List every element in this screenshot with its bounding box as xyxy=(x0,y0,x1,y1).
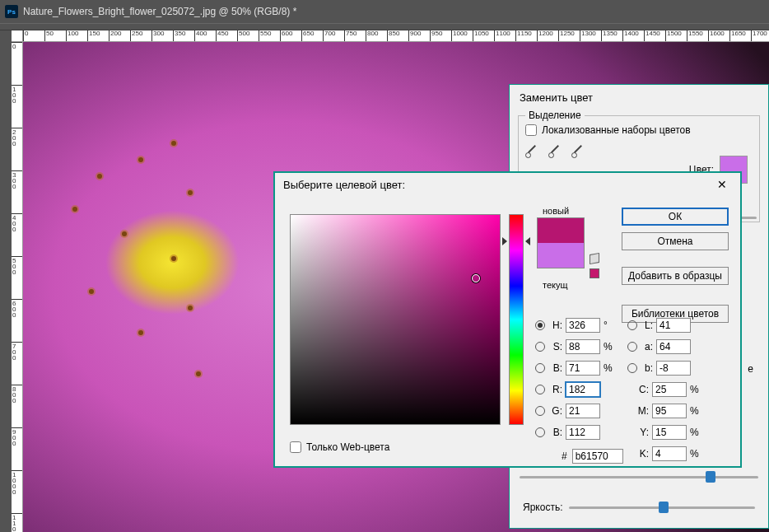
hex-field[interactable] xyxy=(572,449,623,464)
eyedropper-group xyxy=(525,142,753,157)
color-picker-titlebar[interactable]: Выберите целевой цвет: ✕ xyxy=(275,173,740,196)
gamut-safe-swatch[interactable] xyxy=(590,268,599,278)
color-value-fields: H: ° L: S: % a: xyxy=(535,315,730,464)
replacement-slider-1[interactable] xyxy=(520,476,758,478)
current-color-label: текущ xyxy=(543,280,568,290)
h-field[interactable] xyxy=(566,318,600,333)
color-picker-dialog[interactable]: Выберите целевой цвет: ✕ новый текущ ОК … xyxy=(274,172,741,467)
photoshop-icon: Ps xyxy=(5,5,18,18)
y-field[interactable] xyxy=(652,425,687,440)
m-field[interactable] xyxy=(652,404,687,418)
radio-a[interactable] xyxy=(627,342,637,352)
ruler-origin[interactable] xyxy=(12,30,23,42)
ruler-horizontal[interactable]: 0501001502002503003504004505005506006507… xyxy=(23,30,769,42)
r-field[interactable] xyxy=(566,382,600,397)
close-icon[interactable]: ✕ xyxy=(712,176,732,193)
cancel-button[interactable]: Отмена xyxy=(622,232,729,250)
sv-cursor[interactable] xyxy=(472,274,480,282)
preview-new-color xyxy=(538,218,584,243)
web-only-input[interactable] xyxy=(290,441,301,453)
b-rgb-field[interactable] xyxy=(566,425,600,440)
radio-b-lab[interactable] xyxy=(627,363,637,373)
eyedropper-icon[interactable] xyxy=(525,142,540,157)
g-field[interactable] xyxy=(566,404,600,418)
slider-thumb[interactable] xyxy=(706,471,715,483)
new-color-label: новый xyxy=(543,206,569,216)
tab-divider xyxy=(0,23,769,30)
gamut-warning-icon[interactable] xyxy=(590,254,601,265)
slider-thumb[interactable] xyxy=(659,502,669,513)
l-field[interactable] xyxy=(656,318,691,333)
k-field[interactable] xyxy=(652,446,687,461)
a-field[interactable] xyxy=(656,339,691,354)
radio-b-hsb[interactable] xyxy=(535,363,545,373)
color-preview[interactable] xyxy=(537,217,585,268)
hex-label: # xyxy=(562,450,567,462)
document-title: Nature_Flowers_Bright_flower_025072_.jpg… xyxy=(23,6,296,17)
radio-s[interactable] xyxy=(535,342,545,352)
b-hsb-field[interactable] xyxy=(566,361,600,376)
localized-clusters-input[interactable] xyxy=(525,124,537,136)
left-toolbar xyxy=(0,30,12,532)
c-field[interactable] xyxy=(652,382,687,397)
button-column: ОК Отмена Добавить в образцы Библиотеки … xyxy=(622,208,729,323)
brightness-label: Яркость: xyxy=(523,502,562,513)
radio-g[interactable] xyxy=(535,406,545,416)
color-picker-title: Выберите целевой цвет: xyxy=(283,179,405,191)
ok-button[interactable]: ОК xyxy=(622,208,729,226)
ruler-vertical[interactable]: 010020030040050060070080090010001100 xyxy=(12,42,23,532)
selection-legend: Выделение xyxy=(525,110,585,121)
eyedropper-minus-icon[interactable] xyxy=(571,142,586,157)
brightness-slider[interactable] xyxy=(569,506,755,509)
radio-r[interactable] xyxy=(535,385,545,394)
radio-b-rgb[interactable] xyxy=(535,427,545,437)
replacement-e-label: е xyxy=(748,363,753,375)
b-lab-field[interactable] xyxy=(656,361,691,376)
radio-l[interactable] xyxy=(627,320,637,330)
localized-clusters-checkbox[interactable]: Локализованные наборы цветов xyxy=(525,124,753,136)
web-only-label: Только Web-цвета xyxy=(306,441,389,453)
eyedropper-plus-icon[interactable] xyxy=(548,142,563,157)
add-to-swatches-button[interactable]: Добавить в образцы xyxy=(622,267,729,285)
saturation-value-field[interactable] xyxy=(290,214,501,425)
hue-indicator-left[interactable] xyxy=(502,237,507,245)
web-only-checkbox[interactable]: Только Web-цвета xyxy=(290,441,389,453)
s-field[interactable] xyxy=(566,339,600,354)
preview-current-color xyxy=(538,243,584,268)
replace-color-title: Заменить цвет xyxy=(510,85,768,110)
localized-clusters-label: Локализованные наборы цветов xyxy=(542,124,691,136)
hue-slider[interactable] xyxy=(509,214,524,425)
radio-h[interactable] xyxy=(535,320,545,330)
document-titlebar: Ps Nature_Flowers_Bright_flower_025072_.… xyxy=(0,0,769,23)
hue-indicator-right[interactable] xyxy=(525,237,530,245)
